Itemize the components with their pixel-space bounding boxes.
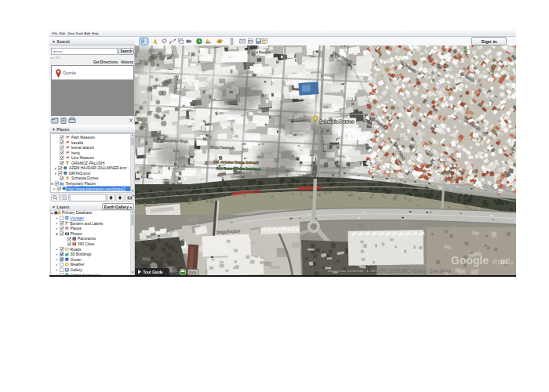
svg-text:Line Measure: Line Measure [71, 156, 94, 160]
svg-text:GRAMOZ PALUSHI: GRAMOZ PALUSHI [71, 161, 105, 165]
svg-text:Ocean: Ocean [70, 258, 81, 262]
svg-text:Borders and Labels: Borders and Labels [70, 222, 103, 226]
svg-text:Photos: Photos [70, 232, 82, 236]
svg-text:DRITAS.kmz: DRITAS.kmz [69, 171, 91, 175]
svg-text:heroj: heroj [71, 151, 80, 154]
svg-text:Schtepia Durres: Schtepia Durres [71, 176, 99, 180]
svg-text:AZEM HAJDARI ZALLMINER.kmz: AZEM HAJDARI ZALLMINER.kmz [69, 166, 127, 170]
svg-text:Path Measure: Path Measure [71, 136, 95, 140]
svg-text:Places: Places [70, 227, 82, 230]
svg-text:Weather: Weather [70, 263, 84, 267]
svg-text:3D Buildings: 3D Buildings [70, 252, 92, 256]
svg-text:36: 36 [73, 242, 76, 245]
svg-text:Temporary Places: Temporary Places [65, 181, 96, 185]
svg-text:Roads: Roads [70, 248, 81, 252]
svg-text:http://www.panoramio.com/photo: http://www.panoramio.com/photo/2 [67, 187, 125, 191]
svg-text:Voyager: Voyager [70, 216, 84, 220]
svg-text:360 Cities: 360 Cities [78, 242, 95, 246]
svg-text:kemal ataturk: kemal ataturk [71, 146, 94, 150]
svg-text:kavalla: kavalla [71, 140, 83, 144]
svg-text:Gallery: Gallery [70, 268, 82, 272]
svg-text:Primary Database: Primary Database [62, 211, 93, 215]
svg-text:Panoramio: Panoramio [78, 237, 96, 241]
